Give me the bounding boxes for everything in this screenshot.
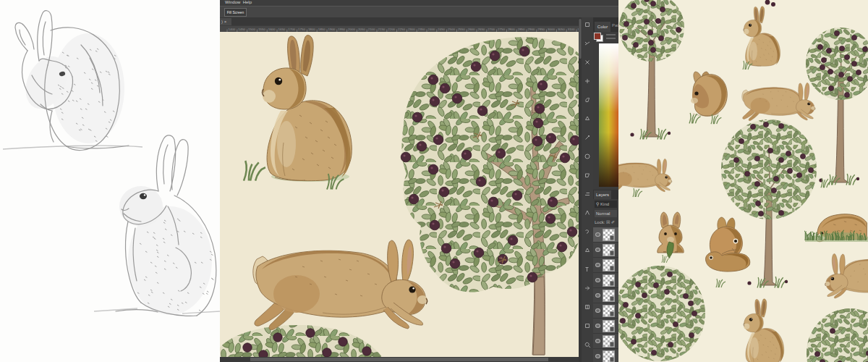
svg-text:2500: 2500 (448, 28, 455, 31)
svg-text:2000: 2000 (348, 28, 355, 31)
svg-text:1450: 1450 (238, 28, 245, 31)
svg-text:2850: 2850 (518, 28, 525, 31)
svg-text:2900: 2900 (528, 28, 535, 31)
svg-text:2100: 2100 (368, 28, 375, 31)
svg-text:2750: 2750 (498, 28, 505, 31)
svg-text:1950: 1950 (338, 28, 345, 31)
svg-text:1550: 1550 (258, 28, 265, 31)
svg-text:3000: 3000 (548, 28, 555, 31)
svg-text:3100: 3100 (568, 28, 575, 31)
svg-text:2450: 2450 (438, 28, 445, 31)
svg-text:1600: 1600 (268, 28, 276, 31)
svg-text:2150: 2150 (378, 28, 386, 31)
svg-text:2600: 2600 (468, 28, 475, 31)
svg-text:1750: 1750 (298, 28, 305, 31)
svg-text:2300: 2300 (408, 28, 415, 31)
svg-text:2250: 2250 (398, 28, 405, 31)
svg-text:1900: 1900 (328, 28, 336, 31)
svg-text:2200: 2200 (388, 28, 395, 31)
svg-text:1400: 1400 (229, 28, 236, 31)
svg-text:2800: 2800 (508, 28, 515, 31)
svg-text:1500: 1500 (248, 28, 255, 31)
svg-text:3050: 3050 (558, 28, 565, 31)
svg-text:1700: 1700 (288, 28, 295, 31)
svg-text:1800: 1800 (308, 28, 315, 31)
svg-text:2400: 2400 (428, 28, 435, 31)
svg-text:2350: 2350 (418, 28, 425, 31)
svg-text:2650: 2650 (478, 28, 485, 31)
svg-text:2050: 2050 (358, 28, 365, 31)
svg-text:2700: 2700 (488, 28, 495, 31)
svg-text:2950: 2950 (537, 28, 545, 31)
svg-text:2550: 2550 (458, 28, 465, 31)
svg-text:1850: 1850 (318, 28, 326, 31)
svg-text:1650: 1650 (278, 28, 286, 31)
